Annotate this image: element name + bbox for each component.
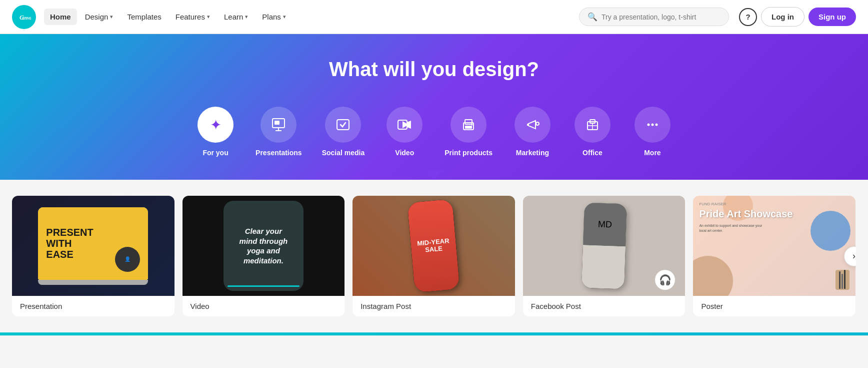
nav-home[interactable]: Home bbox=[44, 9, 77, 25]
print-products-label: Print products bbox=[444, 149, 492, 157]
category-presentations[interactable]: Presentations bbox=[246, 101, 312, 163]
more-icon bbox=[634, 107, 670, 143]
svg-rect-12 bbox=[465, 120, 472, 124]
category-social-media[interactable]: Social media bbox=[312, 101, 375, 163]
hero-headline: What will you design? bbox=[12, 58, 856, 81]
video-icon bbox=[386, 107, 422, 143]
nav-features[interactable]: Features ▾ bbox=[170, 9, 216, 25]
nav-design[interactable]: Design ▾ bbox=[79, 9, 120, 25]
svg-text:anva: anva bbox=[22, 15, 31, 20]
nav-plans[interactable]: Plans ▾ bbox=[256, 9, 292, 25]
category-more[interactable]: More bbox=[622, 101, 682, 163]
marketing-label: Marketing bbox=[516, 149, 549, 157]
presentation-thumbnail: PRESENTWITHEASE 👤 bbox=[12, 196, 174, 296]
category-video[interactable]: Video bbox=[374, 101, 434, 163]
navbar: C anva Home Design ▾ Templates Features … bbox=[0, 0, 868, 34]
poster-thumbnail: FUND RAISER Pride Art Showcase An exhibi… bbox=[693, 196, 856, 296]
signup-button[interactable]: Sign up bbox=[808, 8, 856, 26]
category-for-you[interactable]: ✦ For you bbox=[186, 101, 246, 163]
presentation-label: Presentation bbox=[12, 296, 174, 316]
video-label: Video bbox=[182, 296, 345, 316]
video-thumbnail: Clear yourmind throughyoga andmeditation… bbox=[182, 196, 345, 296]
nav-learn[interactable]: Learn ▾ bbox=[218, 9, 254, 25]
cards-container: PRESENTWITHEASE 👤 Presentation bbox=[12, 196, 856, 316]
hero-section: What will you design? ✦ For you Presenta… bbox=[0, 34, 868, 180]
svg-rect-13 bbox=[465, 126, 472, 129]
category-print-products[interactable]: Print products bbox=[434, 101, 502, 163]
facebook-thumbnail: M D 🎧 bbox=[523, 196, 686, 296]
social-media-icon bbox=[325, 107, 361, 143]
poster-title: Pride Art Showcase bbox=[699, 208, 850, 219]
office-icon bbox=[574, 107, 610, 143]
bottom-bar bbox=[0, 332, 868, 335]
presentations-icon bbox=[260, 107, 296, 143]
category-icons: ✦ For you Presentations bbox=[12, 101, 856, 171]
marketing-icon bbox=[514, 107, 550, 143]
svg-rect-7 bbox=[337, 120, 349, 130]
plans-chevron-icon: ▾ bbox=[283, 14, 286, 20]
video-label: Video bbox=[395, 149, 414, 157]
poster-label: Poster bbox=[693, 296, 856, 316]
print-products-icon bbox=[450, 107, 486, 143]
card-poster[interactable]: FUND RAISER Pride Art Showcase An exhibi… bbox=[693, 196, 856, 316]
card-facebook[interactable]: M D 🎧 Facebook Post bbox=[523, 196, 686, 316]
svg-point-21 bbox=[647, 124, 650, 126]
card-instagram[interactable]: MID-YEARSALE Instagram Post bbox=[352, 196, 515, 316]
nav-links: Home Design ▾ Templates Features ▾ Learn… bbox=[44, 9, 573, 25]
category-marketing[interactable]: Marketing bbox=[502, 101, 562, 163]
for-you-label: For you bbox=[202, 149, 228, 157]
facebook-label: Facebook Post bbox=[523, 296, 686, 316]
canva-logo[interactable]: C anva bbox=[12, 5, 36, 29]
svg-point-16 bbox=[536, 122, 539, 125]
instagram-thumbnail: MID-YEARSALE bbox=[352, 196, 515, 296]
hero-arrow bbox=[425, 171, 443, 180]
search-icon: 🔍 bbox=[588, 12, 598, 22]
content-section: PRESENTWITHEASE 👤 Presentation bbox=[0, 180, 868, 332]
help-icon: ? bbox=[746, 13, 750, 21]
learn-chevron-icon: ▾ bbox=[245, 14, 248, 20]
features-chevron-icon: ▾ bbox=[207, 14, 210, 20]
svg-marker-10 bbox=[407, 121, 411, 129]
more-label: More bbox=[644, 149, 660, 157]
nav-templates[interactable]: Templates bbox=[121, 9, 167, 25]
svg-rect-4 bbox=[274, 121, 280, 125]
presentations-label: Presentations bbox=[256, 149, 302, 157]
help-button[interactable]: ? bbox=[739, 8, 757, 26]
search-bar[interactable]: 🔍 bbox=[579, 8, 729, 26]
svg-point-22 bbox=[651, 124, 654, 126]
card-presentation[interactable]: PRESENTWITHEASE 👤 Presentation bbox=[12, 196, 174, 316]
search-input[interactable] bbox=[602, 13, 720, 21]
svg-point-14 bbox=[472, 124, 473, 126]
login-button[interactable]: Log in bbox=[761, 7, 804, 27]
card-video[interactable]: Clear yourmind throughyoga andmeditation… bbox=[182, 196, 345, 316]
office-label: Office bbox=[582, 149, 602, 157]
instagram-label: Instagram Post bbox=[352, 296, 515, 316]
social-media-label: Social media bbox=[322, 149, 365, 157]
svg-point-23 bbox=[655, 124, 658, 126]
design-chevron-icon: ▾ bbox=[110, 14, 113, 20]
category-office[interactable]: Office bbox=[562, 101, 622, 163]
for-you-icon: ✦ bbox=[198, 107, 234, 143]
